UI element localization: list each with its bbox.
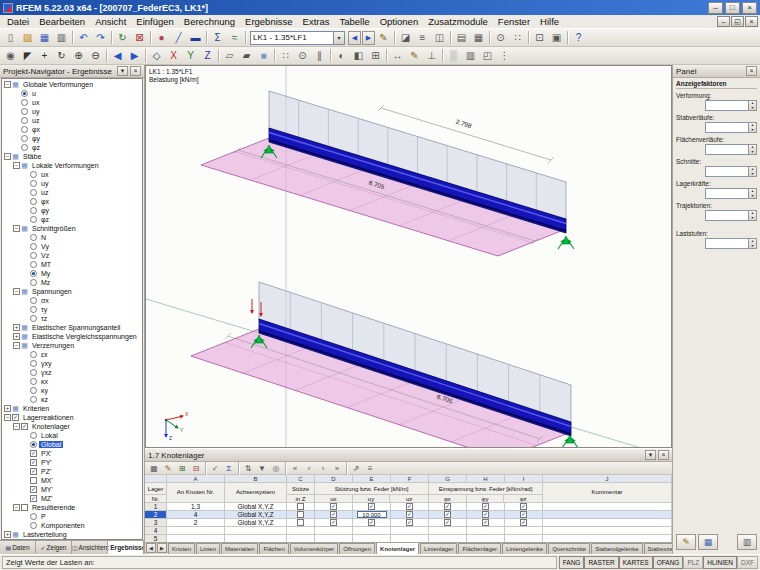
mdi-restore-button[interactable]: ◱ [731, 16, 744, 27]
vollbild-icon[interactable]: ◰ [479, 48, 496, 64]
factor-spinner[interactable]: ▴▾ [749, 100, 757, 111]
fang-icon[interactable]: ⊙ [294, 48, 311, 64]
radio-icon[interactable] [30, 297, 37, 304]
tree-item[interactable]: τz [2, 314, 142, 323]
tree-item[interactable]: φy [2, 206, 142, 215]
spin-down-icon[interactable]: ▾ [749, 244, 756, 249]
radio-icon[interactable] [21, 90, 28, 97]
ergebnisse-ein-aus-icon[interactable]: ◪ [397, 30, 414, 46]
radio-icon[interactable] [30, 243, 37, 250]
table-tab-knotenlager[interactable]: Knotenlager [376, 542, 419, 554]
linie-setzen-icon[interactable]: ╱ [170, 30, 187, 46]
achsen-icon[interactable]: ⊥ [423, 48, 440, 64]
checkbox-icon[interactable]: ✓ [30, 486, 37, 493]
radio-icon[interactable] [30, 522, 37, 529]
filter-icon[interactable]: ▼ [255, 462, 269, 474]
mdi-minimize-button[interactable]: – [717, 16, 730, 27]
zeile-loeschen-icon[interactable]: ⊟ [189, 462, 203, 474]
suchen-icon[interactable]: ◎ [269, 462, 283, 474]
tree-expander-icon[interactable]: − [13, 225, 20, 232]
farbskala-button[interactable]: ▦ [698, 534, 718, 550]
cell-checkbox[interactable]: ✓ [444, 519, 451, 526]
cell-checkbox[interactable]: ✓ [520, 503, 527, 510]
cell-stuetze[interactable] [287, 527, 315, 534]
naechste-ansicht-icon[interactable]: ▶ [126, 48, 143, 64]
cell-ux[interactable]: ✓ [315, 519, 353, 526]
radio-icon[interactable] [21, 144, 28, 151]
radio-icon[interactable] [30, 387, 37, 394]
erste-zeile-icon[interactable]: « [288, 462, 302, 474]
tab-scroll-right-icon[interactable]: ▶ [157, 543, 167, 553]
tree-expander-icon[interactable]: + [13, 324, 20, 331]
cell-phix[interactable]: ✓ [429, 519, 467, 526]
tree-item[interactable]: +▦Elastische Vergleichsspannungen [2, 332, 142, 341]
table-tab-volumenkörper[interactable]: Volumenkörper [290, 543, 338, 554]
status-toggle-raster[interactable]: RASTER [584, 556, 618, 569]
cell-checkbox[interactable]: ✓ [406, 503, 413, 510]
radio-icon[interactable] [30, 351, 37, 358]
navigator-close-icon[interactable]: × [130, 66, 141, 76]
tree-expander-icon[interactable]: + [4, 405, 11, 412]
berechnen-icon[interactable]: Σ [222, 462, 236, 474]
radio-icon[interactable] [30, 315, 37, 322]
cell-checkbox[interactable] [297, 519, 304, 526]
column-letter[interactable]: B [225, 475, 287, 482]
tree-item[interactable]: +▦Kriterien [2, 404, 142, 413]
navigator-ein-aus-icon[interactable]: ▤ [453, 30, 470, 46]
neue-datei-icon[interactable]: ▯ [2, 30, 19, 46]
radio-icon[interactable] [30, 396, 37, 403]
checkbox-icon[interactable]: ✓ [12, 414, 19, 421]
checkbox-icon[interactable] [21, 504, 28, 511]
tree-item[interactable]: γxy [2, 359, 142, 368]
zoom-minus-icon[interactable]: ⊖ [87, 48, 104, 64]
table-tab-flächen[interactable]: Flächen [259, 543, 288, 554]
radio-icon[interactable] [30, 171, 37, 178]
tree-item[interactable]: φx [2, 197, 142, 206]
cell-uz[interactable]: ✓ [391, 519, 429, 526]
vorherige-ansicht-icon[interactable]: ◀ [109, 48, 126, 64]
cell-phiz[interactable]: ✓ [505, 519, 543, 526]
table-row[interactable]: 32Global X,Y,Z✓✓✓✓✓✓ [145, 519, 672, 527]
table-row[interactable]: 11,3Global X,Y,Z✓✓✓✓✓✓ [145, 503, 672, 511]
checkbox-icon[interactable]: ✓ [30, 468, 37, 475]
tree-item[interactable]: ✓PX' [2, 449, 142, 458]
cell-uy[interactable]: 10.000 [353, 511, 391, 518]
cell-kommentar[interactable] [543, 503, 672, 510]
factor-input[interactable] [705, 122, 749, 133]
cell-phix[interactable]: ✓ [429, 503, 467, 510]
cell-achsensystem[interactable]: Global X,Y,Z [225, 519, 287, 526]
cell-uy[interactable] [353, 535, 391, 542]
lastfaelle-bearbeiten-icon[interactable]: ✎ [375, 30, 392, 46]
status-toggle-plz[interactable]: PLZ [683, 556, 703, 569]
status-toggle-hlinien[interactable]: HLINIEN [703, 556, 737, 569]
cell-phix[interactable] [429, 535, 467, 542]
tree-item[interactable]: −▦Schnittgrößen [2, 224, 142, 233]
radio-icon[interactable] [30, 207, 37, 214]
zoom-fenster-icon[interactable]: ⊡ [531, 30, 548, 46]
table-pin-icon[interactable]: ▾ [645, 450, 656, 460]
checkbox-icon[interactable]: ✓ [21, 423, 28, 430]
load-steps-value[interactable] [705, 238, 749, 249]
table-row[interactable]: 24Global X,Y,Z✓10.000✓✓✓✓ [145, 511, 672, 519]
tree-expander-icon[interactable]: − [4, 414, 11, 421]
checkbox-icon[interactable]: ✓ [30, 495, 37, 502]
cell-value-input[interactable]: 10.000 [357, 511, 387, 518]
row-number[interactable]: 3 [145, 519, 167, 526]
cell-phiz[interactable]: ✓ [505, 511, 543, 518]
verschieben-icon[interactable]: + [36, 48, 53, 64]
raster-icon[interactable]: ∷ [277, 48, 294, 64]
tree-expander-icon[interactable]: + [4, 531, 11, 538]
stab-setzen-icon[interactable]: ▬ [187, 30, 204, 46]
cell-checkbox[interactable]: ✓ [482, 503, 489, 510]
hilfe-icon[interactable]: ? [570, 30, 587, 46]
cell-checkbox[interactable]: ✓ [520, 511, 527, 518]
cell-checkbox[interactable]: ✓ [406, 519, 413, 526]
status-toggle-dxf[interactable]: DXF [737, 556, 758, 569]
table-tab-linien[interactable]: Linien [196, 543, 220, 554]
cell-checkbox[interactable] [297, 511, 304, 518]
menu-datei[interactable]: Datei [2, 15, 34, 28]
status-toggle-kartes[interactable]: KARTES [619, 556, 653, 569]
cell-checkbox[interactable]: ✓ [482, 519, 489, 526]
ansicht-z-icon[interactable]: Z [199, 48, 216, 64]
tree-item[interactable]: σx [2, 296, 142, 305]
